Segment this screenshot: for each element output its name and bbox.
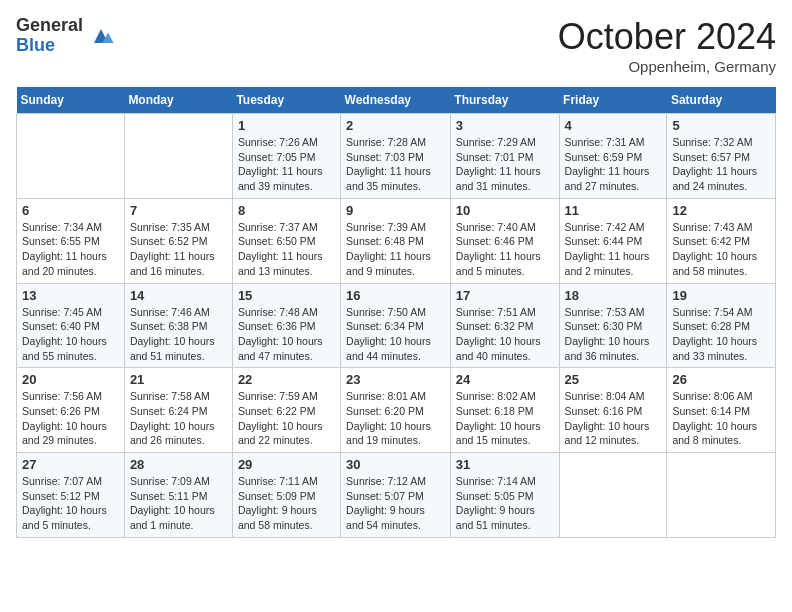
- day-info: Sunrise: 7:53 AMSunset: 6:30 PMDaylight:…: [565, 305, 662, 364]
- calendar-cell: 29Sunrise: 7:11 AMSunset: 5:09 PMDayligh…: [232, 453, 340, 538]
- calendar-cell: 18Sunrise: 7:53 AMSunset: 6:30 PMDayligh…: [559, 283, 667, 368]
- day-info: Sunrise: 7:31 AMSunset: 6:59 PMDaylight:…: [565, 135, 662, 194]
- day-number: 30: [346, 457, 445, 472]
- calendar-cell: 12Sunrise: 7:43 AMSunset: 6:42 PMDayligh…: [667, 198, 776, 283]
- calendar-cell: 24Sunrise: 8:02 AMSunset: 6:18 PMDayligh…: [450, 368, 559, 453]
- day-number: 11: [565, 203, 662, 218]
- day-number: 23: [346, 372, 445, 387]
- day-number: 3: [456, 118, 554, 133]
- day-info: Sunrise: 7:28 AMSunset: 7:03 PMDaylight:…: [346, 135, 445, 194]
- logo: General Blue: [16, 16, 115, 56]
- day-info: Sunrise: 7:34 AMSunset: 6:55 PMDaylight:…: [22, 220, 119, 279]
- day-info: Sunrise: 7:59 AMSunset: 6:22 PMDaylight:…: [238, 389, 335, 448]
- weekday-header-sunday: Sunday: [17, 87, 125, 114]
- day-number: 10: [456, 203, 554, 218]
- calendar-cell: 14Sunrise: 7:46 AMSunset: 6:38 PMDayligh…: [124, 283, 232, 368]
- location-subtitle: Oppenheim, Germany: [558, 58, 776, 75]
- day-info: Sunrise: 7:14 AMSunset: 5:05 PMDaylight:…: [456, 474, 554, 533]
- day-info: Sunrise: 7:43 AMSunset: 6:42 PMDaylight:…: [672, 220, 770, 279]
- calendar-cell: 25Sunrise: 8:04 AMSunset: 6:16 PMDayligh…: [559, 368, 667, 453]
- day-number: 25: [565, 372, 662, 387]
- calendar-cell: 5Sunrise: 7:32 AMSunset: 6:57 PMDaylight…: [667, 114, 776, 199]
- calendar-cell: 7Sunrise: 7:35 AMSunset: 6:52 PMDaylight…: [124, 198, 232, 283]
- day-info: Sunrise: 7:48 AMSunset: 6:36 PMDaylight:…: [238, 305, 335, 364]
- calendar-cell: [124, 114, 232, 199]
- day-info: Sunrise: 8:06 AMSunset: 6:14 PMDaylight:…: [672, 389, 770, 448]
- day-number: 21: [130, 372, 227, 387]
- day-info: Sunrise: 7:42 AMSunset: 6:44 PMDaylight:…: [565, 220, 662, 279]
- day-info: Sunrise: 7:51 AMSunset: 6:32 PMDaylight:…: [456, 305, 554, 364]
- day-number: 17: [456, 288, 554, 303]
- day-number: 19: [672, 288, 770, 303]
- calendar-cell: 4Sunrise: 7:31 AMSunset: 6:59 PMDaylight…: [559, 114, 667, 199]
- day-number: 6: [22, 203, 119, 218]
- calendar-cell: 21Sunrise: 7:58 AMSunset: 6:24 PMDayligh…: [124, 368, 232, 453]
- calendar-week-2: 6Sunrise: 7:34 AMSunset: 6:55 PMDaylight…: [17, 198, 776, 283]
- day-info: Sunrise: 7:40 AMSunset: 6:46 PMDaylight:…: [456, 220, 554, 279]
- day-info: Sunrise: 7:46 AMSunset: 6:38 PMDaylight:…: [130, 305, 227, 364]
- calendar-week-5: 27Sunrise: 7:07 AMSunset: 5:12 PMDayligh…: [17, 453, 776, 538]
- calendar-cell: [559, 453, 667, 538]
- logo-general-text: General: [16, 16, 83, 36]
- day-number: 29: [238, 457, 335, 472]
- weekday-header-tuesday: Tuesday: [232, 87, 340, 114]
- weekday-header-thursday: Thursday: [450, 87, 559, 114]
- calendar-cell: 26Sunrise: 8:06 AMSunset: 6:14 PMDayligh…: [667, 368, 776, 453]
- day-info: Sunrise: 8:04 AMSunset: 6:16 PMDaylight:…: [565, 389, 662, 448]
- calendar-cell: 16Sunrise: 7:50 AMSunset: 6:34 PMDayligh…: [341, 283, 451, 368]
- calendar-cell: 31Sunrise: 7:14 AMSunset: 5:05 PMDayligh…: [450, 453, 559, 538]
- calendar-cell: [667, 453, 776, 538]
- weekday-header-saturday: Saturday: [667, 87, 776, 114]
- calendar-cell: 9Sunrise: 7:39 AMSunset: 6:48 PMDaylight…: [341, 198, 451, 283]
- day-info: Sunrise: 7:32 AMSunset: 6:57 PMDaylight:…: [672, 135, 770, 194]
- calendar-cell: 30Sunrise: 7:12 AMSunset: 5:07 PMDayligh…: [341, 453, 451, 538]
- calendar-week-4: 20Sunrise: 7:56 AMSunset: 6:26 PMDayligh…: [17, 368, 776, 453]
- day-number: 4: [565, 118, 662, 133]
- day-number: 27: [22, 457, 119, 472]
- day-info: Sunrise: 7:45 AMSunset: 6:40 PMDaylight:…: [22, 305, 119, 364]
- logo-blue-text: Blue: [16, 36, 83, 56]
- day-number: 9: [346, 203, 445, 218]
- day-info: Sunrise: 7:54 AMSunset: 6:28 PMDaylight:…: [672, 305, 770, 364]
- page-header: General Blue October 2024 Oppenheim, Ger…: [16, 16, 776, 75]
- day-number: 14: [130, 288, 227, 303]
- calendar-cell: 15Sunrise: 7:48 AMSunset: 6:36 PMDayligh…: [232, 283, 340, 368]
- day-number: 5: [672, 118, 770, 133]
- day-number: 13: [22, 288, 119, 303]
- day-number: 12: [672, 203, 770, 218]
- day-info: Sunrise: 7:37 AMSunset: 6:50 PMDaylight:…: [238, 220, 335, 279]
- day-info: Sunrise: 7:07 AMSunset: 5:12 PMDaylight:…: [22, 474, 119, 533]
- weekday-header-row: SundayMondayTuesdayWednesdayThursdayFrid…: [17, 87, 776, 114]
- calendar-table: SundayMondayTuesdayWednesdayThursdayFrid…: [16, 87, 776, 538]
- day-number: 22: [238, 372, 335, 387]
- day-number: 28: [130, 457, 227, 472]
- day-number: 20: [22, 372, 119, 387]
- calendar-cell: 8Sunrise: 7:37 AMSunset: 6:50 PMDaylight…: [232, 198, 340, 283]
- month-title: October 2024: [558, 16, 776, 58]
- day-info: Sunrise: 7:11 AMSunset: 5:09 PMDaylight:…: [238, 474, 335, 533]
- calendar-cell: 19Sunrise: 7:54 AMSunset: 6:28 PMDayligh…: [667, 283, 776, 368]
- calendar-week-1: 1Sunrise: 7:26 AMSunset: 7:05 PMDaylight…: [17, 114, 776, 199]
- day-number: 18: [565, 288, 662, 303]
- logo-icon: [87, 22, 115, 50]
- day-number: 15: [238, 288, 335, 303]
- day-number: 16: [346, 288, 445, 303]
- day-number: 1: [238, 118, 335, 133]
- calendar-cell: 10Sunrise: 7:40 AMSunset: 6:46 PMDayligh…: [450, 198, 559, 283]
- calendar-cell: 2Sunrise: 7:28 AMSunset: 7:03 PMDaylight…: [341, 114, 451, 199]
- weekday-header-monday: Monday: [124, 87, 232, 114]
- calendar-cell: 23Sunrise: 8:01 AMSunset: 6:20 PMDayligh…: [341, 368, 451, 453]
- day-info: Sunrise: 7:12 AMSunset: 5:07 PMDaylight:…: [346, 474, 445, 533]
- calendar-cell: 22Sunrise: 7:59 AMSunset: 6:22 PMDayligh…: [232, 368, 340, 453]
- day-info: Sunrise: 7:29 AMSunset: 7:01 PMDaylight:…: [456, 135, 554, 194]
- day-info: Sunrise: 7:39 AMSunset: 6:48 PMDaylight:…: [346, 220, 445, 279]
- day-info: Sunrise: 8:01 AMSunset: 6:20 PMDaylight:…: [346, 389, 445, 448]
- calendar-week-3: 13Sunrise: 7:45 AMSunset: 6:40 PMDayligh…: [17, 283, 776, 368]
- calendar-cell: 17Sunrise: 7:51 AMSunset: 6:32 PMDayligh…: [450, 283, 559, 368]
- title-block: October 2024 Oppenheim, Germany: [558, 16, 776, 75]
- calendar-cell: 20Sunrise: 7:56 AMSunset: 6:26 PMDayligh…: [17, 368, 125, 453]
- weekday-header-wednesday: Wednesday: [341, 87, 451, 114]
- calendar-cell: 6Sunrise: 7:34 AMSunset: 6:55 PMDaylight…: [17, 198, 125, 283]
- day-number: 7: [130, 203, 227, 218]
- calendar-cell: 13Sunrise: 7:45 AMSunset: 6:40 PMDayligh…: [17, 283, 125, 368]
